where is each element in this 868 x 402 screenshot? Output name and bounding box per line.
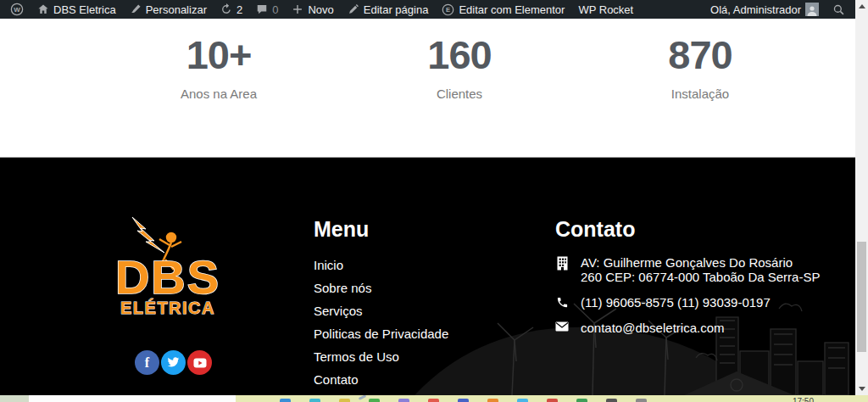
- lightning-bolt-icon: [132, 217, 164, 253]
- comments-icon: [256, 3, 268, 15]
- menu-item-sobre-nos[interactable]: Sobre nós: [314, 276, 448, 299]
- customize-label: Personalizar: [146, 3, 207, 16]
- updates-menu[interactable]: 2: [214, 0, 249, 19]
- stat-clients-value: 160: [339, 31, 580, 81]
- taskbar-app-icon[interactable]: [487, 399, 498, 402]
- logo-title-text: DBS: [115, 250, 220, 304]
- site-footer: DBS ELÉTRICA f Menu Inicio Sobre nós Ser…: [0, 157, 855, 395]
- comments-count: 0: [272, 3, 278, 16]
- taskbar-app-icon[interactable]: [428, 399, 439, 402]
- scroll-up-arrow-icon: [859, 4, 865, 8]
- brush-icon: [130, 3, 142, 15]
- comments-menu[interactable]: 0: [249, 0, 285, 19]
- footer-logo[interactable]: DBS ELÉTRICA: [110, 215, 225, 327]
- vertical-scrollbar[interactable]: [855, 0, 868, 395]
- contact-phone-text[interactable]: (11) 96065-8575 (11) 93039-0197: [581, 295, 771, 310]
- edit-page-label: Editar página: [364, 3, 429, 16]
- stat-clients: 160 Clientes: [339, 31, 580, 101]
- wp-admin-bar: W DBS Eletrica Personalizar 2 0 Novo Edi…: [0, 0, 855, 19]
- taskbar-app-icon[interactable]: [398, 399, 409, 402]
- menu-item-termos[interactable]: Termos de Uso: [314, 345, 448, 368]
- taskbar-app-icon[interactable]: [576, 399, 587, 402]
- building-icon: [555, 255, 569, 271]
- menu-item-inicio[interactable]: Inicio: [314, 254, 448, 276]
- contact-email-row: contato@dbseletrica.com: [555, 321, 835, 335]
- envelope-icon: [555, 321, 569, 332]
- taskbar-clock: 17:50: [793, 397, 814, 402]
- stat-years: 10+ Anos na Area: [98, 31, 339, 101]
- elementor-menu[interactable]: E Editar com Elementor: [435, 0, 571, 19]
- plus-icon: [292, 3, 303, 15]
- avatar-silhouette-icon: [806, 5, 818, 16]
- greeting-label: Olá, Administrador: [710, 3, 801, 16]
- twitter-bird-glyph: [167, 357, 180, 368]
- site-name-menu[interactable]: DBS Eletrica: [31, 0, 123, 19]
- dbs-eletrica-logo-image: DBS ELÉTRICA: [110, 215, 225, 324]
- taskbar-app-icon[interactable]: [369, 399, 380, 402]
- footer-menu: Menu Inicio Sobre nós Serviços Politicas…: [314, 217, 448, 391]
- taskbar-app-icon[interactable]: [280, 399, 291, 402]
- menu-item-servicos[interactable]: Serviços: [314, 299, 448, 322]
- search-toggle[interactable]: [826, 0, 855, 19]
- edit-page-menu[interactable]: Editar página: [341, 0, 436, 19]
- twitter-icon[interactable]: [161, 350, 186, 375]
- elementor-icon: E: [442, 3, 454, 16]
- facebook-icon[interactable]: f: [135, 350, 159, 375]
- stat-clients-label: Clientes: [339, 87, 580, 101]
- new-content-menu[interactable]: Novo: [285, 0, 340, 19]
- taskbar-app-icon[interactable]: [547, 399, 558, 402]
- wp-rocket-menu[interactable]: WP Rocket: [571, 0, 640, 19]
- stats-row: 10+ Anos na Area 160 Clientes 870 Instal…: [98, 19, 821, 101]
- svg-text:W: W: [14, 6, 20, 14]
- stat-installs-label: Instalação: [580, 87, 821, 101]
- youtube-icon[interactable]: [187, 350, 212, 375]
- menu-item-politicas[interactable]: Politicas de Privacidade: [314, 322, 448, 345]
- scrollbar-down-button[interactable]: [855, 382, 868, 395]
- contact-address-row: AV: Guilherme Gonçalves Do Rosário 260 C…: [555, 255, 835, 284]
- wordpress-logo-menu[interactable]: W: [3, 0, 31, 19]
- scrollbar-thumb[interactable]: [857, 242, 866, 352]
- phone-icon: [555, 295, 569, 309]
- taskbar-app-icon[interactable]: [309, 399, 320, 402]
- social-links: f: [135, 350, 212, 375]
- customize-menu[interactable]: Personalizar: [123, 0, 214, 19]
- updates-icon: [220, 3, 232, 15]
- taskbar-app-icon[interactable]: [636, 399, 647, 402]
- menu-heading: Menu: [314, 217, 448, 242]
- home-icon: [37, 3, 49, 15]
- taskbar-app-icon[interactable]: [517, 399, 528, 402]
- stat-installs-value: 870: [580, 31, 821, 81]
- svg-text:E: E: [446, 6, 450, 14]
- windows-taskbar[interactable]: 17:50: [0, 395, 868, 402]
- address-line-1: AV: Guilherme Gonçalves Do Rosário: [581, 255, 820, 270]
- search-icon: [832, 3, 845, 16]
- stat-years-value: 10+: [98, 31, 339, 81]
- taskbar-app-icon[interactable]: [339, 399, 350, 402]
- contact-heading: Contato: [555, 217, 835, 242]
- menu-list: Inicio Sobre nós Serviços Politicas de P…: [314, 254, 448, 391]
- contact-address-text: AV: Guilherme Gonçalves Do Rosário 260 C…: [581, 255, 820, 284]
- taskbar-search-box[interactable]: [29, 395, 236, 402]
- stats-section: 10+ Anos na Area 160 Clientes 870 Instal…: [0, 19, 855, 157]
- logo-subtitle-text: ELÉTRICA: [120, 299, 215, 317]
- scrollbar-up-button[interactable]: [855, 0, 868, 13]
- address-line-2: 260 CEP: 06774-000 Taboão Da Serra-SP: [581, 270, 820, 284]
- menu-item-contato[interactable]: Contato: [314, 368, 448, 391]
- start-button[interactable]: [0, 395, 29, 402]
- contact-email-text[interactable]: contato@dbseletrica.com: [581, 321, 724, 335]
- wp-rocket-label: WP Rocket: [578, 3, 633, 16]
- taskbar-app-icon[interactable]: [458, 399, 469, 402]
- contact-rows: AV: Guilherme Gonçalves Do Rosário 260 C…: [555, 255, 835, 335]
- pen-icon: [359, 395, 366, 400]
- new-content-label: Novo: [308, 3, 333, 16]
- updates-count: 2: [236, 3, 242, 16]
- scroll-down-arrow-icon: [859, 387, 865, 391]
- stat-years-label: Anos na Area: [98, 87, 339, 101]
- contact-phone-row: (11) 96065-8575 (11) 93039-0197: [555, 295, 835, 310]
- my-account-menu[interactable]: Olá, Administrador: [704, 0, 826, 19]
- avatar: [805, 3, 819, 16]
- taskbar-app-icon[interactable]: [606, 399, 617, 402]
- footer-contact: Contato AV: Guilherme Gonçalves Do Rosár…: [555, 217, 835, 346]
- wordpress-logo-icon: W: [10, 3, 24, 16]
- elementor-label: Editar com Elementor: [459, 3, 565, 16]
